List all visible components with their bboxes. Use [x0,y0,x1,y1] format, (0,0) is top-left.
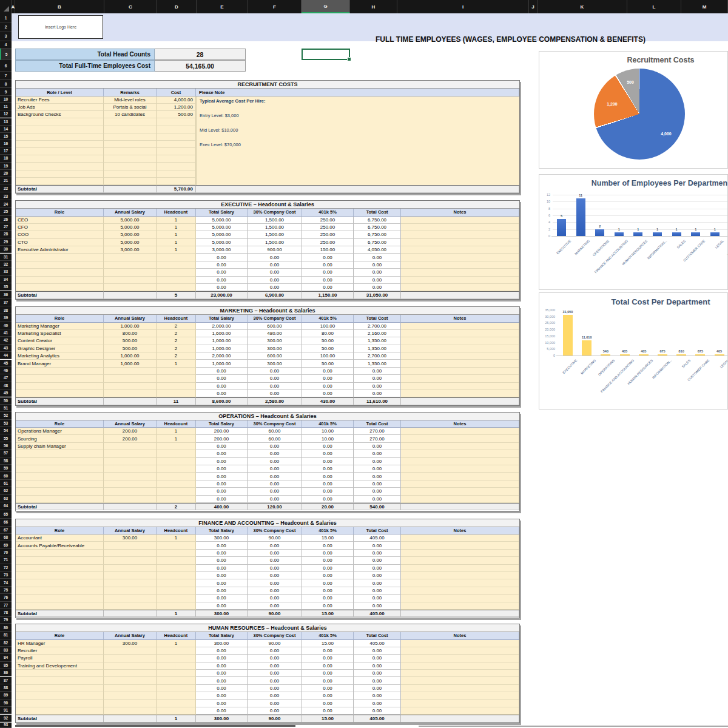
401k-cell[interactable]: 50.00 [302,345,354,352]
total-salary-cell[interactable]: 0.00 [196,700,248,707]
401k-cell[interactable]: 0.00 [302,542,354,549]
table-cell[interactable]: Background Checks [16,111,104,118]
column-header-F[interactable]: F [248,0,302,13]
notes-cell[interactable] [401,443,519,450]
row-header-8[interactable]: 8 [0,80,12,88]
role-cell[interactable] [16,602,104,610]
subtotal-401k[interactable]: 1,150.00 [302,291,354,299]
row-header-17[interactable]: 17 [0,147,12,155]
fill-handle[interactable] [347,57,351,61]
subtotal-label[interactable]: Subtotal [16,715,104,723]
subtotal-total-cost[interactable]: 540.00 [354,503,401,511]
row-header-43[interactable]: 43 [0,345,12,352]
notes-cell[interactable] [401,655,519,662]
annual-salary-cell[interactable] [104,261,157,269]
header-notes[interactable]: Notes [401,315,519,323]
company-cost-cell[interactable]: 90.00 [248,640,302,647]
row-header-36[interactable]: 36 [0,291,12,299]
row-header-30[interactable]: 30 [0,246,12,253]
row-header-78[interactable]: 78 [0,609,12,617]
role-cell[interactable] [16,473,104,480]
select-all-corner[interactable] [0,0,12,13]
headcount-cell[interactable] [157,368,196,375]
401k-cell[interactable]: 0.00 [302,383,354,390]
headcount-cell[interactable] [157,277,196,284]
headcount-cell[interactable]: 2 [157,330,196,337]
total-cost-cell[interactable]: 0.00 [354,254,401,261]
401k-cell[interactable]: 100.00 [302,323,354,330]
total-salary-cell[interactable]: 0.00 [196,383,248,390]
total-salary-cell[interactable]: 5,000.00 [196,231,248,238]
company-cost-cell[interactable]: 0.00 [248,383,302,390]
column-header-C[interactable]: C [104,0,157,13]
notes-cell[interactable] [401,217,519,224]
total-cost-cell[interactable]: 1,350.00 [354,360,401,367]
company-cost-cell[interactable]: 0.00 [248,655,302,662]
subtotal-401k[interactable]: 430.00 [302,397,354,405]
role-cell[interactable] [16,707,104,715]
role-cell[interactable] [16,692,104,699]
company-cost-cell[interactable]: 0.00 [248,662,302,670]
row-header-85[interactable]: 85 [0,662,12,669]
notes-cell[interactable] [401,435,519,442]
row-header-38[interactable]: 38 [0,306,12,314]
annual-salary-cell[interactable]: 800.00 [104,330,157,337]
total-cost-cell[interactable]: 0.00 [354,692,401,699]
401k-cell[interactable]: 50.00 [302,337,354,345]
annual-salary-cell[interactable] [104,595,157,602]
total-cost-cell[interactable]: 6,750.00 [354,224,401,231]
headcount-cell[interactable] [157,383,196,390]
role-cell[interactable] [16,595,104,602]
role-cell[interactable]: Brand Manager [16,360,104,367]
table-cell[interactable] [401,610,519,618]
row-header-56[interactable]: 56 [0,442,12,450]
headcount-cell[interactable] [157,587,196,595]
notes-cell[interactable] [401,692,519,699]
annual-salary-cell[interactable] [104,662,157,670]
company-cost-cell[interactable]: 480.00 [248,330,302,337]
notes-cell[interactable] [401,428,519,435]
table-cell[interactable] [16,126,104,133]
notes-cell[interactable] [401,450,519,457]
role-cell[interactable] [16,480,104,488]
annual-salary-cell[interactable]: 5,000.00 [104,217,157,224]
row-header-62[interactable]: 62 [0,487,12,494]
total-salary-cell[interactable]: 300.00 [196,640,248,647]
401k-cell[interactable]: 15.00 [302,640,354,647]
company-cost-cell[interactable]: 0.00 [248,473,302,480]
row-header-7[interactable]: 7 [0,72,12,80]
role-cell[interactable]: CEO [16,217,104,224]
401k-cell[interactable]: 10.00 [302,428,354,435]
notes-cell[interactable] [401,330,519,337]
headcount-cell[interactable]: 1 [157,360,196,367]
row-header-92[interactable]: 92 [0,715,12,723]
total-salary-cell[interactable]: 0.00 [196,579,248,587]
notes-cell[interactable] [401,595,519,602]
notes-cell[interactable] [401,352,519,360]
notes-cell[interactable] [401,323,519,330]
subtotal-label[interactable]: Subtotal [16,185,104,193]
401k-cell[interactable]: 0.00 [302,662,354,670]
row-header-10[interactable]: 10 [0,96,12,103]
headcount-cell[interactable] [157,662,196,670]
headcount-cell[interactable] [157,700,196,707]
row-header-82[interactable]: 82 [0,639,12,647]
notes-cell[interactable] [401,337,519,345]
total-cost-cell[interactable]: 0.00 [354,700,401,707]
header-401k-5-[interactable]: 401k 5% [302,209,354,217]
401k-cell[interactable]: 0.00 [302,390,354,397]
total-salary-cell[interactable]: 0.00 [196,254,248,261]
headcount-cell[interactable] [157,677,196,684]
header-headcount[interactable]: Headcount [157,632,196,640]
row-header-42[interactable]: 42 [0,337,12,344]
total-cost-cell[interactable]: 6,750.00 [354,239,401,246]
notes-cell[interactable] [401,662,519,670]
company-cost-cell[interactable]: 0.00 [248,465,302,473]
annual-salary-cell[interactable] [104,557,157,564]
row-header-51[interactable]: 51 [0,405,12,412]
table-cell[interactable] [104,141,157,148]
role-cell[interactable] [16,368,104,375]
notes-cell[interactable] [401,383,519,390]
total-cost-cell[interactable]: 0.00 [354,269,401,276]
table-cell[interactable] [104,178,157,185]
